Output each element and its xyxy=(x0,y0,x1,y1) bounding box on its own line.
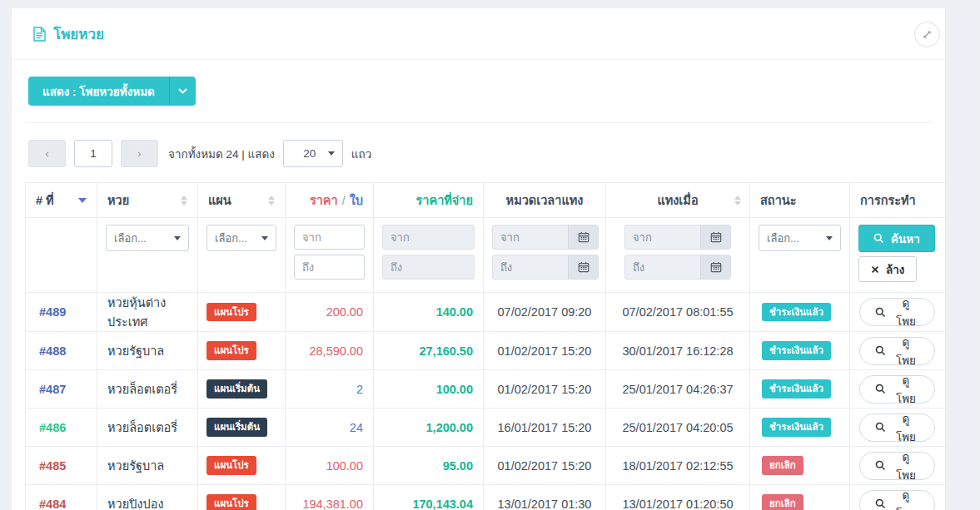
column-header-status[interactable]: สถานะ xyxy=(750,183,850,218)
view-bet-button[interactable]: ดูโพย xyxy=(859,298,935,326)
price-cell: 28,590.00 xyxy=(286,332,374,370)
table-row: #486 หวยล็อตเตอรี่ แผนเริ่มต้น 24 1,200.… xyxy=(26,408,946,447)
bet-id: #485 xyxy=(39,459,66,473)
show-filter-button[interactable]: แสดง : โพยหวยทั้งหมด xyxy=(28,77,196,106)
column-header-period-label: หมวดเวลาแทง xyxy=(506,191,584,210)
lottery-name: หวยล็อตเตอรี่ xyxy=(107,421,177,434)
expand-button[interactable] xyxy=(914,22,940,47)
status-badge: ยกเลิก xyxy=(762,456,803,474)
plan-filter-select[interactable]: เลือก... xyxy=(206,225,276,251)
search-icon xyxy=(875,498,886,509)
view-bet-button[interactable]: ดูโพย xyxy=(859,413,935,442)
column-header-lottery[interactable]: หวย xyxy=(97,183,198,218)
view-bet-button[interactable]: ดูโพย xyxy=(859,337,935,365)
plan-badge: แผนโปร xyxy=(206,341,256,359)
page-size-select[interactable]: 20 xyxy=(283,140,343,167)
column-header-id-label: # ที่ xyxy=(36,191,54,210)
plan-badge: แผนเริ่มต้น xyxy=(206,418,267,436)
period-from-datepicker[interactable]: จาก xyxy=(492,225,599,250)
page-number-input[interactable] xyxy=(74,140,112,167)
paid-from-input[interactable] xyxy=(382,225,475,250)
show-filter-label[interactable]: แสดง : โพยหวยทั้งหมด xyxy=(28,77,169,106)
bet-at-value: 30/01/2017 16:12:28 xyxy=(622,344,733,358)
period-from-value[interactable]: จาก xyxy=(493,225,568,249)
bet-at-to-datepicker[interactable]: ถึง xyxy=(624,255,731,280)
status-filter-value: เลือก... xyxy=(767,230,799,247)
paid-cell: 27,160.50 xyxy=(374,332,484,370)
view-bet-button[interactable]: ดูโพย xyxy=(859,375,935,404)
plan-cell: แผนโปร xyxy=(198,332,286,370)
column-header-lottery-label: หวย xyxy=(107,191,129,210)
bet-id-cell: #489 xyxy=(26,293,97,332)
price-cell: 194,381.00 xyxy=(286,485,374,510)
x-icon xyxy=(871,265,879,274)
filter-row: เลือก... เลือก... xyxy=(26,218,946,293)
search-button[interactable]: ค้นหา xyxy=(858,225,935,252)
period-cell: 16/01/2017 15:20 xyxy=(484,408,606,447)
paid-cell: 140.00 xyxy=(374,293,484,332)
column-header-price[interactable]: ราคา / ใบ xyxy=(286,183,374,218)
next-page-button[interactable]: › xyxy=(121,140,158,167)
column-header-period[interactable]: หมวดเวลาแทง xyxy=(484,183,606,218)
column-header-plan[interactable]: แผน xyxy=(198,183,286,218)
paid-value: 100.00 xyxy=(436,383,473,396)
filter-cell-bet-at: จาก ถึง xyxy=(606,218,750,293)
lottery-name: หวยหุ้นต่างประเทศ xyxy=(107,296,166,329)
clear-button[interactable]: ล้าง xyxy=(858,256,917,282)
search-icon xyxy=(875,384,886,394)
calendar-icon[interactable] xyxy=(700,225,730,249)
period-value: 01/02/2017 15:20 xyxy=(498,383,592,396)
column-header-actions[interactable]: การกระทำ xyxy=(850,183,946,218)
actions-cell: ดูโพย xyxy=(850,293,946,332)
column-header-plan-label: แผน xyxy=(208,191,231,210)
price-from-input[interactable] xyxy=(294,225,365,250)
calendar-icon[interactable] xyxy=(568,225,598,249)
view-bet-button[interactable]: ดูโพย xyxy=(859,490,935,510)
lottery-filter-select[interactable]: เลือก... xyxy=(106,225,189,251)
lottery-cell: หวยล็อตเตอรี่ xyxy=(97,408,198,447)
filter-cell-actions: ค้นหา ล้าง xyxy=(850,218,946,293)
period-to-value[interactable]: ถึง xyxy=(493,255,568,279)
view-bet-button[interactable]: ดูโพย xyxy=(859,452,935,480)
status-cell: ยกเลิก xyxy=(750,447,850,485)
bet-at-cell: 25/01/2017 04:26:37 xyxy=(606,370,750,408)
table-row: #488 หวยรัฐบาล แผนโปร 28,590.00 27,160.5… xyxy=(26,332,946,370)
period-to-datepicker[interactable]: ถึง xyxy=(492,255,599,280)
view-bet-label: ดูโพย xyxy=(893,294,919,330)
paid-to-input[interactable] xyxy=(382,255,475,280)
period-cell: 13/01/2017 01:30 xyxy=(484,485,606,510)
price-to-input[interactable] xyxy=(294,255,365,280)
actions-cell: ดูโพย xyxy=(850,408,946,447)
period-cell: 01/02/2017 15:20 xyxy=(484,370,606,408)
content-card: โพยหวย แสดง : โพยหวยทั้งหมด ‹ xyxy=(12,8,945,510)
plan-cell: แผนเริ่มต้น xyxy=(198,370,286,408)
status-cell: ยกเลิก xyxy=(750,485,850,510)
search-button-label: ค้นหา xyxy=(891,230,920,248)
show-filter-caret[interactable] xyxy=(169,77,196,106)
filter-cell-id xyxy=(26,218,97,293)
lottery-filter-value: เลือก... xyxy=(114,230,147,247)
bet-at-to-value[interactable]: ถึง xyxy=(625,255,700,279)
page-title: โพยหวย xyxy=(33,22,104,45)
prev-page-button[interactable]: ‹ xyxy=(28,140,66,167)
lottery-cell: หวยล็อตเตอรี่ xyxy=(97,370,198,408)
bet-at-value: 25/01/2017 04:20:05 xyxy=(622,421,733,434)
calendar-icon[interactable] xyxy=(568,255,598,279)
paid-cell: 95.00 xyxy=(374,447,484,485)
column-header-paid[interactable]: ราคาที่จ่าย xyxy=(374,183,484,218)
bet-at-from-datepicker[interactable]: จาก xyxy=(624,225,731,250)
column-header-bet-at[interactable]: แทงเมื่อ xyxy=(606,183,750,218)
sort-desc-icon xyxy=(78,198,87,203)
price-cell: 100.00 xyxy=(286,447,374,485)
period-cell: 01/02/2017 15:20 xyxy=(484,447,606,485)
status-filter-select[interactable]: เลือก... xyxy=(759,225,841,251)
filter-cell-paid xyxy=(374,218,484,293)
caret-down-icon xyxy=(261,236,268,240)
column-header-id[interactable]: # ที่ xyxy=(26,183,97,218)
filter-cell-price xyxy=(286,218,374,293)
bet-at-from-value[interactable]: จาก xyxy=(625,225,700,249)
paid-cell: 170,143.04 xyxy=(374,485,484,510)
caret-down-icon xyxy=(328,151,335,156)
calendar-icon[interactable] xyxy=(700,255,730,279)
bet-at-cell: 25/01/2017 04:20:05 xyxy=(606,408,750,447)
